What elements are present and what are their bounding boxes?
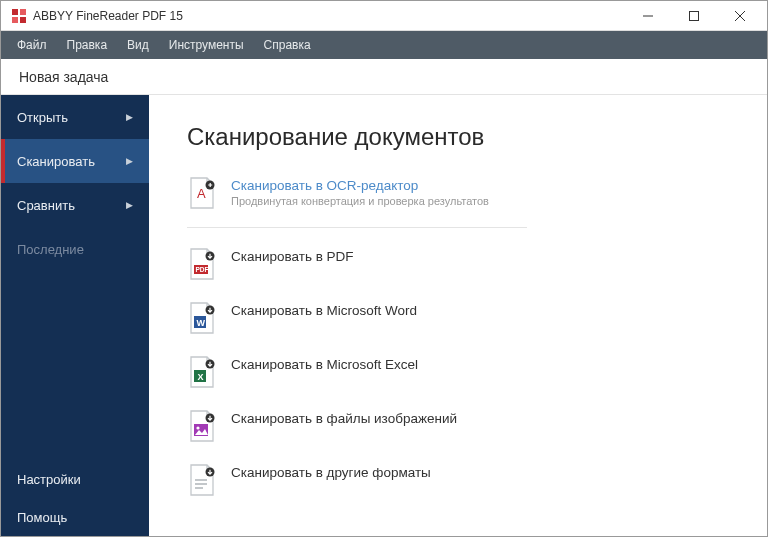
- svg-rect-3: [20, 17, 26, 23]
- sidebar-item-label: Последние: [17, 242, 84, 257]
- sidebar: Открыть ▶ Сканировать ▶ Сравнить ▶ После…: [1, 95, 149, 536]
- sidebar-item-scan[interactable]: Сканировать ▶: [1, 139, 149, 183]
- menu-edit[interactable]: Правка: [57, 32, 118, 58]
- task-scan-ocr-editor[interactable]: A Сканировать в OCR-редактор Продвинутая…: [187, 169, 731, 217]
- menu-help[interactable]: Справка: [254, 32, 321, 58]
- doc-ocr-icon: A: [187, 176, 217, 210]
- task-title: Сканировать в Microsoft Word: [231, 303, 417, 318]
- body-area: Открыть ▶ Сканировать ▶ Сравнить ▶ После…: [1, 95, 767, 536]
- minimize-button[interactable]: [625, 1, 671, 31]
- new-task-header: Новая задача: [1, 59, 767, 95]
- sidebar-item-compare[interactable]: Сравнить ▶: [1, 183, 149, 227]
- svg-text:W: W: [197, 318, 206, 328]
- sidebar-item-recent: Последние: [1, 227, 149, 271]
- sidebar-item-open[interactable]: Открыть ▶: [1, 95, 149, 139]
- menubar: Файл Правка Вид Инструменты Справка: [1, 31, 767, 59]
- sidebar-item-label: Открыть: [17, 110, 68, 125]
- task-scan-pdf[interactable]: PDF Сканировать в PDF: [187, 240, 731, 288]
- page-title: Сканирование документов: [187, 123, 731, 151]
- divider: [187, 227, 527, 228]
- chevron-right-icon: ▶: [126, 112, 133, 122]
- svg-rect-1: [20, 9, 26, 15]
- task-title: Сканировать в Microsoft Excel: [231, 357, 418, 372]
- sidebar-item-label: Сканировать: [17, 154, 95, 169]
- doc-image-icon: [187, 409, 217, 443]
- sidebar-item-label: Настройки: [17, 472, 81, 487]
- task-title: Сканировать в PDF: [231, 249, 354, 264]
- doc-other-icon: [187, 463, 217, 497]
- new-task-label: Новая задача: [19, 69, 108, 85]
- task-title: Сканировать в файлы изображений: [231, 411, 457, 426]
- main-content: Сканирование документов A Сканировать в …: [149, 95, 767, 536]
- sidebar-item-label: Помощь: [17, 510, 67, 525]
- titlebar: ABBYY FineReader PDF 15: [1, 1, 767, 31]
- window-title: ABBYY FineReader PDF 15: [33, 9, 183, 23]
- maximize-button[interactable]: [671, 1, 717, 31]
- task-scan-other[interactable]: Сканировать в другие форматы: [187, 456, 731, 504]
- doc-word-icon: W: [187, 301, 217, 335]
- app-logo-icon: [11, 8, 27, 24]
- task-title: Сканировать в другие форматы: [231, 465, 431, 480]
- task-scan-image[interactable]: Сканировать в файлы изображений: [187, 402, 731, 450]
- chevron-right-icon: ▶: [126, 200, 133, 210]
- svg-rect-5: [690, 11, 699, 20]
- svg-rect-0: [12, 9, 18, 15]
- sidebar-item-label: Сравнить: [17, 198, 75, 213]
- task-scan-excel[interactable]: X Сканировать в Microsoft Excel: [187, 348, 731, 396]
- sidebar-item-help[interactable]: Помощь: [1, 498, 149, 536]
- svg-text:A: A: [197, 186, 206, 201]
- task-title: Сканировать в OCR-редактор: [231, 178, 489, 193]
- svg-text:X: X: [198, 372, 204, 382]
- svg-point-20: [196, 426, 199, 429]
- chevron-right-icon: ▶: [126, 156, 133, 166]
- doc-excel-icon: X: [187, 355, 217, 389]
- sidebar-item-settings[interactable]: Настройки: [1, 460, 149, 498]
- menu-view[interactable]: Вид: [117, 32, 159, 58]
- svg-text:PDF: PDF: [196, 266, 209, 273]
- svg-rect-2: [12, 17, 18, 23]
- close-button[interactable]: [717, 1, 763, 31]
- menu-tools[interactable]: Инструменты: [159, 32, 254, 58]
- task-scan-word[interactable]: W Сканировать в Microsoft Word: [187, 294, 731, 342]
- task-subtitle: Продвинутая конвертация и проверка резул…: [231, 195, 489, 207]
- doc-pdf-icon: PDF: [187, 247, 217, 281]
- menu-file[interactable]: Файл: [7, 32, 57, 58]
